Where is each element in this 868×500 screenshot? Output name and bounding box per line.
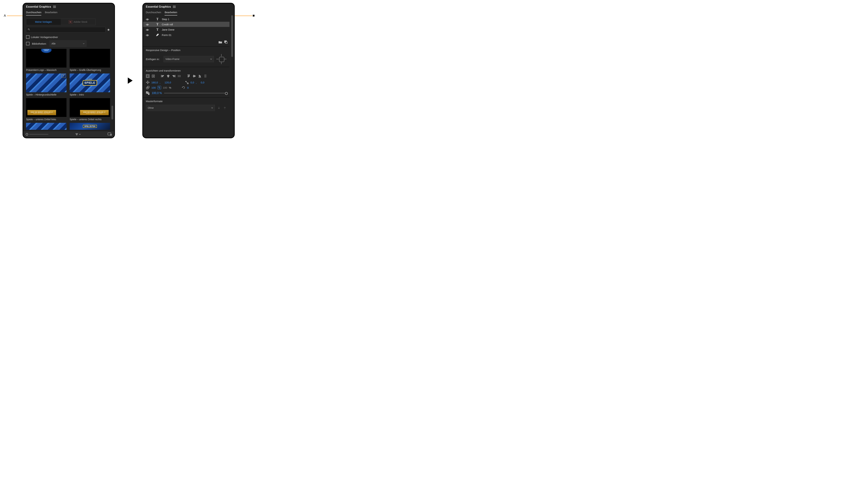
layer-name: Step 1: [162, 18, 169, 21]
position-icon: [146, 80, 150, 84]
local-templates-checkbox[interactable]: [26, 35, 30, 39]
libraries-label: Bibliotheken: [32, 42, 46, 45]
libraries-checkbox[interactable]: [26, 42, 30, 45]
panel-title: Essential Graphics: [26, 5, 51, 8]
align-left-edge-icon[interactable]: [161, 74, 165, 78]
thumb-ready: SIND SIE BEREIT, SPIELER 1?: [83, 111, 106, 113]
tab-browse[interactable]: Durchsuchen: [146, 10, 161, 15]
position-y[interactable]: 120,0: [165, 81, 171, 84]
template-card[interactable]: LIGA SPIELE Spiele – Intro: [70, 73, 110, 96]
svg-rect-33: [189, 75, 190, 77]
master-style-dropdown[interactable]: Ohne: [146, 105, 215, 111]
tab-edit[interactable]: Bearbeiten: [45, 10, 57, 15]
svg-rect-36: [195, 75, 195, 77]
svg-rect-48: [147, 93, 148, 94]
thumb-ready-sub: BEREIT MACHEN ZUM SPIEL!: [86, 113, 103, 114]
svg-rect-45: [146, 87, 148, 89]
search-icon: [27, 28, 30, 31]
eye-icon[interactable]: [146, 29, 149, 31]
template-label: Spiele – unteres Drittel rechts: [70, 117, 110, 121]
adobe-stock-button[interactable]: St Adobe Stock: [61, 19, 95, 25]
template-card[interactable]: [26, 123, 67, 130]
scale-link-icon[interactable]: ⇅: [157, 86, 161, 89]
eye-icon[interactable]: [146, 23, 149, 25]
svg-rect-42: [204, 77, 206, 77]
favorites-filter-icon[interactable]: ★: [107, 27, 110, 32]
template-label: Spiele – Grafik-Überlagerung: [70, 68, 110, 71]
svg-rect-38: [199, 75, 200, 77]
template-card[interactable]: T Spiele – Hintergrundschleife: [26, 73, 67, 96]
svg-point-9: [147, 19, 148, 20]
tab-browse[interactable]: Durchsuchen: [26, 10, 41, 15]
layer-row[interactable]: Form 01: [143, 32, 230, 38]
opacity-value[interactable]: 100,0 %: [152, 92, 162, 95]
align-bottom-edge-icon[interactable]: [198, 74, 202, 78]
chevron-down-icon: [210, 58, 212, 60]
template-card[interactable]: SIND SIE BEREIT, SPIELER 1? BEREIT MACHE…: [26, 98, 67, 121]
insert-in-value: Video-Frame: [165, 58, 179, 60]
browse-scrollbar[interactable]: [112, 15, 113, 130]
template-card[interactable]: LOGOTYPE präsentiert Präsentiert-Logo – …: [26, 49, 67, 71]
insert-in-dropdown[interactable]: Video-Frame: [164, 56, 214, 62]
anchor-icon: [185, 80, 189, 84]
svg-rect-49: [148, 94, 149, 95]
layer-row[interactable]: T Step 1: [143, 16, 230, 22]
zoom-slider[interactable]: [26, 133, 48, 136]
search-box[interactable]: [26, 27, 106, 33]
template-card[interactable]: SPIELZEITEN: [70, 123, 110, 130]
distribute-h-icon: [177, 74, 181, 78]
thumb-presents: präsentiert: [44, 50, 48, 51]
opacity-slider[interactable]: [164, 93, 227, 93]
panel-menu-icon[interactable]: [173, 6, 176, 8]
eye-icon[interactable]: [146, 34, 149, 36]
responsive-title: Responsive Design – Position: [146, 49, 227, 52]
panel-title: Essential Graphics: [146, 5, 171, 8]
align-v-center-icon[interactable]: [192, 74, 196, 78]
rotation-value[interactable]: 0: [187, 86, 189, 89]
new-layer-button[interactable]: [224, 40, 228, 44]
template-thumbnail: [26, 123, 67, 130]
align-right-edge-icon[interactable]: [172, 74, 176, 78]
eye-icon[interactable]: [146, 18, 149, 20]
edit-scrollbar[interactable]: [231, 15, 233, 136]
svg-point-10: [147, 24, 148, 25]
pin-widget[interactable]: [216, 54, 227, 65]
sort-button[interactable]: [75, 133, 81, 136]
svg-rect-30: [180, 75, 180, 77]
svg-point-11: [147, 30, 148, 31]
layer-row[interactable]: T Credit roll: [143, 22, 230, 27]
svg-rect-39: [200, 76, 201, 77]
template-thumbnail: LIGA SPIELE: [70, 73, 110, 92]
svg-rect-34: [193, 76, 196, 76]
libraries-filter-dropdown[interactable]: Alle: [50, 41, 86, 47]
rotation-icon: [181, 86, 185, 90]
panel-menu-icon[interactable]: [53, 6, 56, 8]
scale-w[interactable]: 100: [151, 86, 156, 89]
text-layer-icon: T: [155, 23, 160, 26]
anchor-y[interactable]: 0,0: [201, 81, 204, 84]
template-card[interactable]: Spiele – Grafik-Überlagerung: [70, 49, 110, 71]
thumb-ready: SIND SIE BEREIT, SPIELER 1?: [31, 111, 53, 113]
search-input[interactable]: [32, 28, 104, 31]
svg-rect-46: [148, 86, 149, 88]
template-label: Spiele – Hintergrundschleife: [26, 92, 67, 96]
svg-rect-41: [204, 76, 206, 76]
align-left-icon[interactable]: [146, 74, 150, 78]
align-top-edge-icon[interactable]: [187, 74, 191, 78]
align-h-center-icon[interactable]: [166, 74, 170, 78]
layer-row[interactable]: T Jane Done: [143, 27, 230, 32]
new-group-button[interactable]: [219, 40, 222, 44]
my-templates-button[interactable]: Meine Vorlagen: [26, 19, 61, 25]
template-card[interactable]: SIND SIE BEREIT, SPIELER 1? BEREIT MACHE…: [70, 98, 110, 121]
svg-rect-22: [168, 75, 168, 78]
align-center-icon[interactable]: [151, 74, 155, 78]
anchor-x[interactable]: 0,0: [190, 81, 194, 84]
position-x[interactable]: 160,0: [151, 81, 158, 84]
scale-unit: %: [169, 86, 171, 89]
svg-rect-26: [173, 75, 175, 76]
svg-rect-35: [193, 75, 194, 77]
distribute-v-icon: [203, 74, 207, 78]
annotation-a-label: A: [4, 14, 6, 18]
tab-edit[interactable]: Bearbeiten: [165, 10, 177, 15]
new-from-media-button[interactable]: [108, 132, 112, 136]
